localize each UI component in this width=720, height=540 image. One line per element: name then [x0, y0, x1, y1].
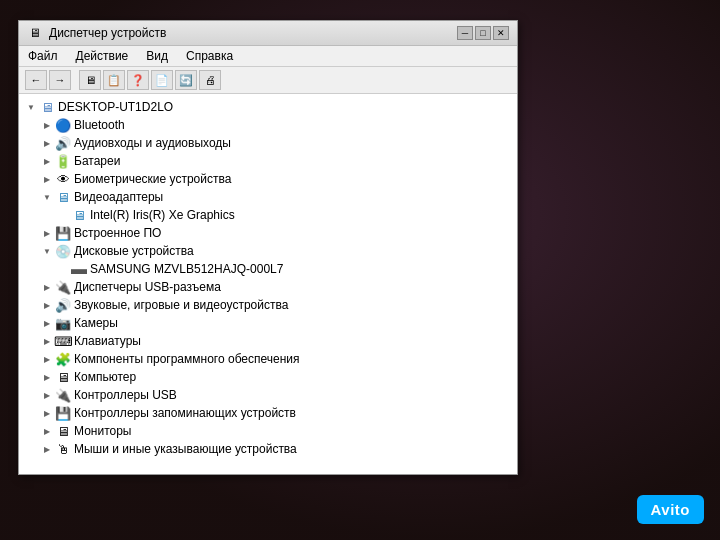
usb-hub-icon: 🔌: [55, 279, 71, 295]
computer-icon: 🖥: [39, 99, 55, 115]
expand-icon: ▼: [39, 247, 55, 256]
expand-icon: [55, 265, 71, 274]
monitor-icon: 🖥: [55, 423, 71, 439]
item-label: Bluetooth: [74, 118, 125, 132]
list-item[interactable]: ▶ 🔊 Звуковые, игровые и видеоустройства: [19, 296, 517, 314]
biometric-icon: 👁: [55, 171, 71, 187]
close-button[interactable]: ✕: [493, 26, 509, 40]
item-label: Клавиатуры: [74, 334, 141, 348]
expand-icon: ▶: [39, 319, 55, 328]
expand-icon: ▶: [39, 121, 55, 130]
pc-icon: 🖥: [55, 369, 71, 385]
menu-view[interactable]: Вид: [143, 48, 171, 64]
list-item[interactable]: ▶ 🔵 Bluetooth: [19, 116, 517, 134]
root-expand-icon: ▼: [23, 103, 39, 112]
battery-icon: 🔋: [55, 153, 71, 169]
list-item[interactable]: ▶ 👁 Биометрические устройства: [19, 170, 517, 188]
device-manager-window: 🖥 Диспетчер устройств ─ □ ✕ Файл Действи…: [18, 20, 518, 475]
back-button[interactable]: ←: [25, 70, 47, 90]
display-icon: 🖥: [55, 189, 71, 205]
expand-icon: ▶: [39, 139, 55, 148]
title-bar-icon: 🖥: [27, 25, 43, 41]
list-item[interactable]: ▶ 🔌 Контроллеры USB: [19, 386, 517, 404]
camera-icon: 📷: [55, 315, 71, 331]
list-item[interactable]: ▶ 🔌 Диспетчеры USB-разъема: [19, 278, 517, 296]
storage-ctrl-icon: 💾: [55, 405, 71, 421]
expand-icon: ▶: [39, 355, 55, 364]
avito-badge: Avito: [637, 495, 704, 524]
gpu-icon: 🖥: [71, 207, 87, 223]
item-label: Аудиовходы и аудиовыходы: [74, 136, 231, 150]
tree-root[interactable]: ▼ 🖥 DESKTOP-UT1D2LO: [19, 98, 517, 116]
list-item[interactable]: 🖥 Intel(R) Iris(R) Xe Graphics: [19, 206, 517, 224]
device-tree: ▼ 🖥 DESKTOP-UT1D2LO ▶ 🔵 Bluetooth ▶ 🔊 Ау…: [19, 94, 517, 474]
sound-icon: 🔊: [55, 297, 71, 313]
list-item[interactable]: ▬ SAMSUNG MZVLB512HAJQ-000L7: [19, 260, 517, 278]
expand-icon: [55, 211, 71, 220]
list-item[interactable]: ▶ 🔊 Аудиовходы и аудиовыходы: [19, 134, 517, 152]
expand-icon: ▼: [39, 193, 55, 202]
mouse-icon: 🖱: [55, 441, 71, 457]
item-label: Видеоадаптеры: [74, 190, 163, 204]
disk-icon: 💿: [55, 243, 71, 259]
expand-icon: ▶: [39, 157, 55, 166]
item-label: Контроллеры USB: [74, 388, 177, 402]
audio-icon: 🔊: [55, 135, 71, 151]
expand-icon: ▶: [39, 175, 55, 184]
list-item[interactable]: ▶ 💾 Контроллеры запоминающих устройств: [19, 404, 517, 422]
software-icon: 🧩: [55, 351, 71, 367]
root-label: DESKTOP-UT1D2LO: [58, 100, 173, 114]
list-item[interactable]: ▼ 💿 Дисковые устройства: [19, 242, 517, 260]
expand-icon: ▶: [39, 373, 55, 382]
bluetooth-icon: 🔵: [55, 117, 71, 133]
title-bar: 🖥 Диспетчер устройств ─ □ ✕: [19, 21, 517, 46]
list-item[interactable]: ▶ 🔋 Батареи: [19, 152, 517, 170]
list-item[interactable]: ▶ 🖥 Компьютер: [19, 368, 517, 386]
menu-file[interactable]: Файл: [25, 48, 61, 64]
item-label: Компьютер: [74, 370, 136, 384]
toolbar: ← → 🖥 📋 ❓ 📄 🔄 🖨: [19, 67, 517, 94]
keyboard-icon: ⌨: [55, 333, 71, 349]
computer-icon-btn[interactable]: 🖥: [79, 70, 101, 90]
doc-btn[interactable]: 📄: [151, 70, 173, 90]
menu-action[interactable]: Действие: [73, 48, 132, 64]
item-label: Батареи: [74, 154, 120, 168]
item-label: Камеры: [74, 316, 118, 330]
expand-icon: ▶: [39, 445, 55, 454]
item-label: Дисковые устройства: [74, 244, 194, 258]
menu-help[interactable]: Справка: [183, 48, 236, 64]
forward-button[interactable]: →: [49, 70, 71, 90]
item-label: Звуковые, игровые и видеоустройства: [74, 298, 288, 312]
list-btn[interactable]: 📋: [103, 70, 125, 90]
list-item[interactable]: ▶ ⌨ Клавиатуры: [19, 332, 517, 350]
list-item[interactable]: ▶ 🖥 Мониторы: [19, 422, 517, 440]
list-item[interactable]: ▼ 🖥 Видеоадаптеры: [19, 188, 517, 206]
firmware-icon: 💾: [55, 225, 71, 241]
expand-icon: ▶: [39, 301, 55, 310]
print-btn[interactable]: 🖨: [199, 70, 221, 90]
item-label: Компоненты программного обеспечения: [74, 352, 300, 366]
list-item[interactable]: ▶ 📷 Камеры: [19, 314, 517, 332]
usb-ctrl-icon: 🔌: [55, 387, 71, 403]
expand-icon: ▶: [39, 229, 55, 238]
item-label: SAMSUNG MZVLB512HAJQ-000L7: [90, 262, 283, 276]
item-label: Встроенное ПО: [74, 226, 161, 240]
ssd-icon: ▬: [71, 261, 87, 277]
item-label: Контроллеры запоминающих устройств: [74, 406, 296, 420]
avito-label: Avito: [651, 501, 690, 518]
expand-icon: ▶: [39, 391, 55, 400]
title-bar-text: Диспетчер устройств: [49, 26, 451, 40]
item-label: Биометрические устройства: [74, 172, 231, 186]
expand-icon: ▶: [39, 409, 55, 418]
refresh-btn[interactable]: 🔄: [175, 70, 197, 90]
list-item[interactable]: ▶ 🖱 Мыши и иные указывающие устройства: [19, 440, 517, 458]
expand-icon: ▶: [39, 427, 55, 436]
list-item[interactable]: ▶ 🧩 Компоненты программного обеспечения: [19, 350, 517, 368]
list-item[interactable]: ▶ 💾 Встроенное ПО: [19, 224, 517, 242]
title-bar-controls: ─ □ ✕: [457, 26, 509, 40]
expand-icon: ▶: [39, 283, 55, 292]
maximize-button[interactable]: □: [475, 26, 491, 40]
minimize-button[interactable]: ─: [457, 26, 473, 40]
item-label: Intel(R) Iris(R) Xe Graphics: [90, 208, 235, 222]
help-btn[interactable]: ❓: [127, 70, 149, 90]
